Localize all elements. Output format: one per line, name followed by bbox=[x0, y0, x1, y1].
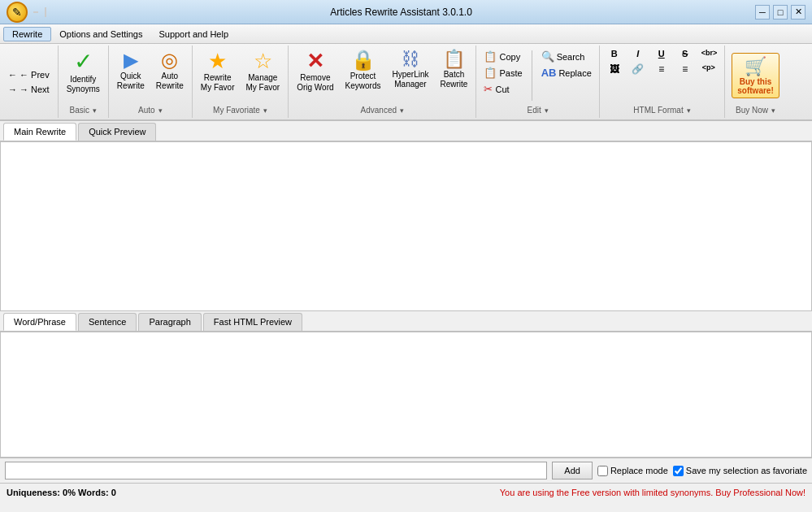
search-button[interactable]: 🔍 Search bbox=[537, 49, 596, 64]
menu-rewrite[interactable]: Rewrite bbox=[3, 27, 51, 41]
advanced-expand-icon[interactable]: ▾ bbox=[400, 106, 404, 115]
close-button[interactable]: ✕ bbox=[791, 5, 805, 20]
bold-button[interactable]: B bbox=[603, 47, 626, 60]
edit-group: 📋 Copy 📋 Paste ✂ Cut 🔍 Search bbox=[476, 46, 599, 118]
buy-now-button[interactable]: 🛒 Buy this software! bbox=[732, 53, 779, 98]
replace-mode-label[interactable]: Replace mode bbox=[597, 466, 668, 476]
paste-button[interactable]: 📋 Paste bbox=[480, 65, 526, 80]
main-editor-area bbox=[0, 141, 812, 311]
bottom-tabs-bar: Word/Phrase Sentence Paragraph Fast HTML… bbox=[0, 311, 812, 332]
hyperlink-manager-button[interactable]: ⛓ HyperLinkManager bbox=[387, 47, 433, 93]
tab-quick-preview[interactable]: Quick Preview bbox=[78, 123, 156, 141]
protect-keywords-button[interactable]: 🔒 ProtectKeywords bbox=[341, 47, 386, 94]
nav-group: ← ← Prev → → Next bbox=[0, 46, 59, 118]
identify-synonyms-button[interactable]: ✓ IdentifySynoyms bbox=[62, 47, 105, 98]
identify-synonyms-label: IdentifySynoyms bbox=[67, 75, 100, 94]
cut-label: Cut bbox=[495, 85, 509, 94]
cart-icon: 🛒 bbox=[745, 56, 766, 77]
replace-mode-checkbox[interactable] bbox=[597, 466, 608, 476]
auto-expand-icon[interactable]: ▾ bbox=[158, 106, 163, 115]
tab-main-rewrite[interactable]: Main Rewrite bbox=[3, 123, 76, 141]
tab-paragraph[interactable]: Paragraph bbox=[138, 313, 201, 331]
maximize-button[interactable]: □ bbox=[773, 5, 788, 20]
main-editor[interactable] bbox=[1, 142, 811, 309]
lock-icon: 🔒 bbox=[351, 50, 376, 70]
quick-rewrite-label: QuickRewrite bbox=[117, 72, 145, 91]
link-button[interactable]: 🔗 bbox=[627, 62, 649, 76]
replace-button[interactable]: AB Replace bbox=[537, 65, 596, 80]
check-icon: ✓ bbox=[74, 50, 93, 73]
buy-now-line2: software! bbox=[737, 86, 773, 95]
basic-group: ✓ IdentifySynoyms Basic ▾ bbox=[59, 46, 109, 118]
buy-now-content: 🛒 Buy this software! bbox=[728, 47, 782, 104]
window-controls[interactable]: ─ □ ✕ bbox=[755, 5, 805, 20]
manage-myfavor-button[interactable]: ☆ ManageMy Favor bbox=[241, 47, 284, 96]
cut-button[interactable]: ✂ Cut bbox=[480, 81, 526, 97]
auto-rewrite-label: AutoRewrite bbox=[156, 72, 184, 91]
edit-expand-icon[interactable]: ▾ bbox=[545, 106, 549, 115]
list-ol-button[interactable]: ≡ bbox=[674, 62, 697, 76]
edit-label: Edit ▾ bbox=[480, 104, 595, 116]
word-input[interactable] bbox=[5, 462, 547, 479]
quick-rewrite-button[interactable]: ▶ QuickRewrite bbox=[112, 47, 150, 94]
add-button[interactable]: Add bbox=[552, 462, 593, 479]
quick-rewrite-icon: ▶ bbox=[124, 50, 138, 70]
search-icon: 🔍 bbox=[541, 50, 554, 63]
prev-button[interactable]: ← ← Prev bbox=[5, 68, 53, 81]
html-format-expand-icon[interactable]: ▾ bbox=[687, 106, 691, 115]
tab-word-phrase[interactable]: Word/Phrase bbox=[3, 313, 76, 331]
underline-button[interactable]: U bbox=[650, 47, 673, 60]
html-format-row2: 🖼 🔗 ≡ ≡ <p> bbox=[603, 62, 720, 76]
tab-sentence[interactable]: Sentence bbox=[78, 313, 137, 331]
remove-orig-word-button[interactable]: ✕ RemoveOrig Word bbox=[292, 47, 338, 96]
edit-right-col: 🔍 Search AB Replace bbox=[537, 47, 596, 80]
rewrite-myfavor-label: RewriteMy Favor bbox=[201, 73, 235, 93]
remove-icon: ✕ bbox=[306, 50, 324, 72]
br-button[interactable]: <br> bbox=[697, 47, 722, 60]
buy-now-line1: Buy this bbox=[740, 77, 771, 86]
html-format-row1: B I U S <br> bbox=[603, 47, 722, 60]
menu-bar: Rewrite Options and Settings Support and… bbox=[0, 24, 812, 44]
edit-left-col: 📋 Copy 📋 Paste ✂ Cut bbox=[480, 47, 526, 97]
bottom-panel bbox=[0, 332, 812, 458]
myfavorite-label: My Favoriate ▾ bbox=[196, 104, 284, 116]
rewrite-myfavor-button[interactable]: ★ RewriteMy Favor bbox=[196, 47, 240, 96]
menu-support[interactable]: Support and Help bbox=[150, 28, 237, 41]
copy-button[interactable]: 📋 Copy bbox=[480, 49, 526, 64]
image-button[interactable]: 🖼 bbox=[603, 62, 626, 76]
replace-label: Replace bbox=[558, 68, 591, 78]
basic-expand-icon[interactable]: ▾ bbox=[93, 106, 97, 115]
star2-icon: ☆ bbox=[254, 50, 272, 72]
italic-button[interactable]: I bbox=[627, 47, 649, 60]
batch-rewrite-button[interactable]: 📋 BatchRewrite bbox=[435, 47, 472, 93]
app-title: Articles Rewrite Assistant 3.0.1.0 bbox=[47, 7, 755, 18]
cut-icon: ✂ bbox=[484, 83, 493, 95]
strikethrough-button[interactable]: S bbox=[674, 47, 697, 60]
advanced-label: Advanced ▾ bbox=[292, 104, 472, 116]
list-ul-button[interactable]: ≡ bbox=[650, 62, 673, 76]
input-row: Add Replace mode Save my selection as fa… bbox=[0, 458, 812, 483]
minimize-button[interactable]: ─ bbox=[755, 5, 770, 20]
auto-rewrite-icon: ◎ bbox=[161, 50, 178, 70]
edit-separator bbox=[532, 50, 532, 101]
tab-fast-html-preview[interactable]: Fast HTML Preview bbox=[203, 313, 302, 331]
myfavorite-expand-icon[interactable]: ▾ bbox=[263, 106, 267, 115]
batch-rewrite-label: BatchRewrite bbox=[441, 70, 468, 89]
myfavorite-group-content: ★ RewriteMy Favor ☆ ManageMy Favor bbox=[196, 47, 284, 104]
replace-icon: AB bbox=[541, 67, 557, 79]
html-format-group: B I U S <br> 🖼 🔗 ≡ ≡ <p> HTML Format ▾ bbox=[600, 46, 726, 118]
auto-rewrite-button[interactable]: ◎ AutoRewrite bbox=[151, 47, 189, 94]
basic-group-content: ✓ IdentifySynoyms bbox=[62, 47, 105, 104]
buy-now-expand-icon[interactable]: ▾ bbox=[771, 106, 775, 115]
next-arrow-icon: → bbox=[8, 85, 17, 94]
myfavorite-group: ★ RewriteMy Favor ☆ ManageMy Favor My Fa… bbox=[193, 46, 289, 118]
save-selection-label[interactable]: Save my selection as favoriate bbox=[673, 466, 807, 476]
auto-group: ▶ QuickRewrite ◎ AutoRewrite Auto ▾ bbox=[109, 46, 193, 118]
p-button[interactable]: <p> bbox=[697, 62, 720, 76]
buy-now-label: Buy Now ▾ bbox=[728, 104, 782, 116]
save-selection-checkbox[interactable] bbox=[673, 466, 684, 476]
menu-options[interactable]: Options and Settings bbox=[51, 28, 150, 41]
title-bar: ✎ Articles Rewrite Assistant 3.0.1.0 ─ □… bbox=[0, 0, 812, 24]
next-button[interactable]: → → Next bbox=[5, 83, 53, 96]
copy-label: Copy bbox=[499, 52, 520, 62]
